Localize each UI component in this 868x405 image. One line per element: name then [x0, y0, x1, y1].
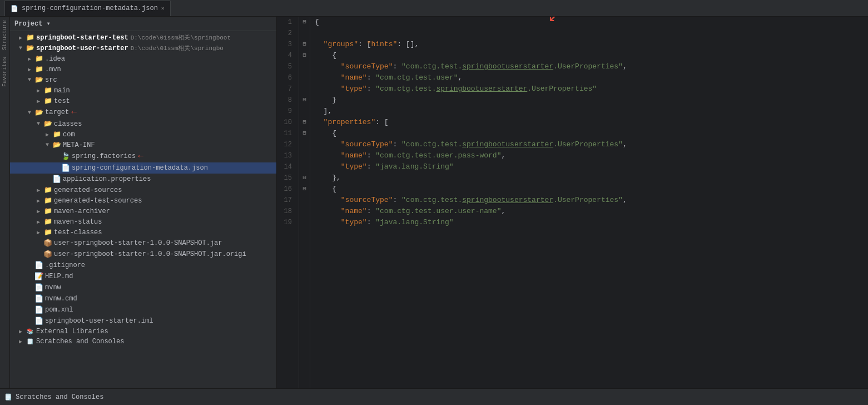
item-label: mvnw.cmd: [45, 295, 77, 303]
tree-item-idea[interactable]: 📁 .idea: [10, 53, 276, 64]
tree-item-springboot-starter-test[interactable]: 📁 springboot-starter-test D:\code\01ssm相…: [10, 32, 276, 43]
tab-label: spring-configuration-metadata.json: [22, 4, 158, 12]
fold-9: [299, 106, 310, 117]
tree-item-springboot-user-starter-iml[interactable]: 📄 springboot-user-starter.iml: [10, 315, 276, 327]
tree-item-mvnw-cmd[interactable]: 📄 mvnw.cmd: [10, 293, 276, 304]
item-label: maven-archiver: [54, 208, 110, 215]
code-line-2: "hints": [], ↙: [315, 28, 868, 39]
line-numbers: 1 2 3 4 5 6 7 8 9 10 11 12 13 14 15 16 1…: [277, 17, 299, 388]
item-label: com: [63, 131, 75, 139]
favorites-tab[interactable]: Favorites: [1, 53, 9, 90]
tree-item-spring-factories[interactable]: 🍃 spring.factories ←: [10, 150, 276, 162]
fold-5: [299, 61, 310, 72]
folder-icon: 📂: [52, 141, 61, 149]
fold-19: [299, 217, 310, 228]
tree-item-external-libraries[interactable]: 📚 External Libraries: [10, 327, 276, 337]
tree-arrow: [28, 56, 34, 62]
tree-item-classes[interactable]: 📂 classes: [10, 118, 276, 129]
code-line-4: {: [315, 50, 868, 61]
tree-item-maven-status[interactable]: 📁 maven-status: [10, 216, 276, 227]
tree-item-mvnw[interactable]: 📄 mvnw: [10, 282, 276, 293]
item-label: target: [45, 108, 69, 116]
tree-item-com[interactable]: 📁 com: [10, 129, 276, 140]
code-editor[interactable]: 1 2 3 4 5 6 7 8 9 10 11 12 13 14 15 16 1…: [277, 17, 868, 388]
tree-arrow: [37, 187, 43, 194]
line-num-15: 15: [281, 172, 294, 184]
fold-4[interactable]: ⊟: [299, 50, 310, 61]
line-num-7: 7: [281, 83, 294, 95]
bottom-bar: 🗒️ Scratches and Consoles: [0, 388, 868, 405]
tree-arrow: [28, 110, 34, 116]
tree-item-user-jar-orig[interactable]: 📦 user-springboot-starter-1.0.0-SNAPSHOT…: [10, 249, 276, 260]
folder-icon: 📁: [52, 130, 61, 139]
line-num-5: 5: [281, 61, 294, 72]
fold-3[interactable]: ⊟: [299, 39, 310, 50]
line-num-14: 14: [281, 161, 294, 172]
folder-icon: 📁: [34, 55, 43, 63]
tree-arrow: [37, 121, 43, 127]
line-num-17: 17: [281, 195, 294, 206]
tree-arrow: [37, 87, 43, 94]
line-num-4: 4: [281, 50, 294, 61]
tree-item-gitignore[interactable]: 📄 .gitignore: [10, 260, 276, 271]
annotation-arrow-target: ←: [71, 107, 77, 117]
line-num-19: 19: [281, 217, 294, 228]
tree-item-application-properties[interactable]: 📄 application.properties: [10, 174, 276, 185]
item-label: META-INF: [63, 141, 95, 149]
tree-item-target[interactable]: 📂 target ←: [10, 106, 276, 118]
line-num-10: 10: [281, 117, 294, 128]
item-path: D:\code\01ssm相关\springboot: [131, 33, 231, 42]
tree-item-maven-archiver[interactable]: 📁 maven-archiver: [10, 206, 276, 216]
tree-item-spring-config-metadata[interactable]: 📄 spring-configuration-metadata.json: [10, 162, 276, 174]
fold-1[interactable]: ⊟: [299, 17, 310, 28]
tree-item-generated-sources[interactable]: 📁 generated-sources: [10, 185, 276, 195]
editor-tab[interactable]: 📄 spring-configuration-metadata.json ✕: [4, 1, 171, 16]
tree-arrow: [37, 208, 43, 215]
tree-item-main[interactable]: 📁 main: [10, 85, 276, 96]
ext-lib-icon: 📚: [26, 328, 34, 335]
folder-icon: 📂: [34, 76, 43, 84]
item-label: maven-status: [54, 218, 102, 226]
tree-item-pom-xml[interactable]: 📄 pom.xml: [10, 304, 276, 315]
editor-inner: 1 2 3 4 5 6 7 8 9 10 11 12 13 14 15 16 1…: [277, 17, 868, 388]
code-content[interactable]: { "hints": [], ↙ "groups": [ { "sourceTy…: [310, 17, 868, 388]
fold-2: [299, 28, 310, 39]
fold-8[interactable]: ⊟: [299, 95, 310, 106]
item-label: springboot-user-starter: [36, 45, 128, 52]
fold-16[interactable]: ⊟: [299, 184, 310, 195]
item-label: mvnw: [45, 284, 61, 292]
tab-close-button[interactable]: ✕: [161, 5, 165, 12]
fold-10[interactable]: ⊟: [299, 117, 310, 128]
tree-item-test[interactable]: 📁 test: [10, 96, 276, 106]
tree-item-scratches-and-consoles[interactable]: 🗒️ Scratches and Consoles: [10, 337, 276, 347]
file-icon: 📄: [34, 305, 43, 314]
code-line-16: {: [315, 184, 868, 195]
code-line-5: "sourceType": "com.ctg.test.springbootus…: [315, 61, 868, 72]
tree-item-META-INF[interactable]: 📂 META-INF: [10, 140, 276, 150]
fold-15[interactable]: ⊟: [299, 172, 310, 184]
code-line-11: {: [315, 128, 868, 139]
tree-item-src[interactable]: 📂 src: [10, 75, 276, 85]
structure-tab[interactable]: Structure: [1, 17, 9, 53]
item-label: user-springboot-starter-1.0.0-SNAPSHOT.j…: [54, 239, 222, 247]
top-bar: 📄 spring-configuration-metadata.json ✕: [0, 0, 868, 17]
item-label: test-classes: [54, 229, 102, 236]
line-num-1: 1: [281, 17, 294, 28]
folder-icon: 📂: [34, 108, 43, 117]
file-icon: 📄: [34, 317, 43, 325]
fold-11[interactable]: ⊟: [299, 128, 310, 139]
tree-item-test-classes[interactable]: 📁 test-classes: [10, 227, 276, 238]
scratch-bottom-icon: 🗒️: [4, 393, 12, 401]
line-num-13: 13: [281, 150, 294, 161]
item-label: application.properties: [63, 175, 151, 183]
tree-item-generated-test-sources[interactable]: 📁 generated-test-sources: [10, 195, 276, 206]
tree-item-user-jar[interactable]: 📦 user-springboot-starter-1.0.0-SNAPSHOT…: [10, 238, 276, 249]
fold-6: [299, 72, 310, 83]
tree-arrow: [46, 142, 52, 148]
tree-item-mvn[interactable]: 📁 .mvn: [10, 64, 276, 75]
folder-icon: 📂: [26, 44, 34, 52]
item-label: user-springboot-starter-1.0.0-SNAPSHOT.j…: [54, 250, 246, 258]
tree-item-springboot-user-starter[interactable]: 📂 springboot-user-starter D:\code\01ssm相…: [10, 43, 276, 53]
tree-item-help-md[interactable]: 📝 HELP.md: [10, 271, 276, 282]
annotation-arrow-factories: ←: [138, 151, 143, 161]
